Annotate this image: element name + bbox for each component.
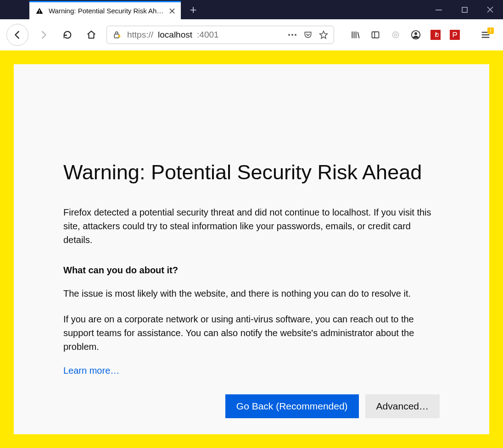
warning-subheading: What can you do about it? [63,265,440,276]
pocket-icon[interactable] [302,29,313,40]
svg-point-10 [392,32,398,38]
tab-close-button[interactable] [168,7,176,15]
titlebar: Warning: Potential Security Risk Ahead + [0,0,503,19]
svg-point-11 [395,34,397,36]
svg-rect-2 [436,10,442,11]
pdf-reader-icon[interactable] [430,30,441,40]
svg-rect-0 [39,10,40,11]
home-button[interactable] [83,26,100,44]
active-tab[interactable]: Warning: Potential Security Risk Ahead [29,1,181,19]
bookmark-star-icon[interactable] [318,29,329,40]
toolbar-icon-group: ! [350,29,491,40]
extension-icon[interactable] [390,29,401,40]
back-button[interactable] [6,24,28,46]
url-port: :4001 [197,30,219,40]
menu-alert-badge: ! [487,28,494,34]
svg-point-5 [288,34,290,36]
svg-point-13 [414,32,417,35]
advanced-button[interactable]: Advanced… [365,394,440,418]
learn-more-link[interactable]: Learn more… [63,365,440,376]
security-warning-panel: Warning: Potential Security Risk Ahead F… [63,64,440,434]
sidebar-icon[interactable] [370,29,381,40]
new-tab-button[interactable]: + [184,0,203,19]
minimize-button[interactable] [426,0,452,19]
warning-button-row: Go Back (Recommended) Advanced… [63,394,440,418]
warning-paragraph-2: The issue is most likely with the websit… [63,287,440,300]
nav-toolbar: https://localhost:4001 [0,19,503,50]
svg-rect-4 [114,34,119,38]
svg-rect-3 [462,7,467,12]
window-controls [426,0,503,19]
warning-heading: Warning: Potential Security Risk Ahead [63,160,440,184]
reload-button[interactable] [59,26,76,44]
go-back-button[interactable]: Go Back (Recommended) [225,394,359,418]
tab-title: Warning: Potential Security Risk Ahead [49,7,164,15]
svg-point-6 [291,34,293,36]
url-domain: localhost [158,30,192,40]
lock-warning-icon [112,29,123,40]
maximize-button[interactable] [452,0,477,19]
tab-strip: Warning: Potential Security Risk Ahead + [0,0,203,19]
close-window-button[interactable] [477,0,503,19]
warning-paragraph-1: Firefox detected a potential security th… [63,205,440,247]
library-icon[interactable] [350,29,361,40]
content-frame-outer: Warning: Potential Security Risk Ahead F… [0,50,503,448]
warning-paragraph-3: If you are on a corporate network or usi… [63,312,440,354]
url-protocol: https:// [127,30,153,40]
account-icon[interactable] [410,29,421,40]
page-actions-icon[interactable] [287,29,298,40]
url-bar[interactable]: https://localhost:4001 [106,26,334,44]
svg-rect-1 [39,12,40,13]
svg-point-7 [295,34,296,36]
forward-button[interactable] [35,26,52,44]
app-menu-button[interactable]: ! [480,29,491,40]
adobe-pdf-icon[interactable] [450,30,460,40]
content-frame-inner: Warning: Potential Security Risk Ahead F… [14,64,489,434]
svg-rect-8 [372,32,379,38]
warning-triangle-icon [34,6,45,17]
